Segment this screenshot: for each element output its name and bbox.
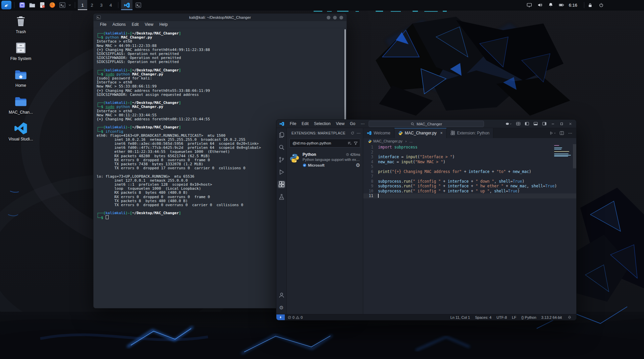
status-item-lf[interactable]: LF [512, 315, 516, 319]
vscode-titlebar[interactable]: FileEditSelectionViewGo··· ← → MAC_Chang… [276, 120, 576, 128]
launcher-firefox-icon[interactable] [47, 0, 57, 10]
workspace-2-button[interactable]: 2 [87, 0, 97, 10]
notifications-button[interactable] [567, 315, 572, 320]
vscode-menu-file[interactable]: File [287, 121, 299, 126]
extension-list-item[interactable]: Python 426ms Python language support wit… [287, 151, 363, 169]
session-power-icon-button[interactable] [598, 2, 604, 8]
kali-menu-button[interactable] [1, 1, 11, 9]
more-icon: ··· [568, 131, 573, 135]
tray-volume-icon-button[interactable] [537, 2, 543, 8]
extension-description: Python language support with exte... [303, 158, 360, 162]
clear-filter-icon[interactable] [347, 141, 352, 145]
problems-button[interactable]: 0 0 [287, 315, 303, 319]
workspace-1-button[interactable]: 1 [78, 0, 87, 10]
tray-display-icon-button[interactable] [526, 2, 533, 8]
activity-debug-icon-button[interactable] [277, 168, 285, 176]
tray-bell-icon-button[interactable] [547, 2, 554, 8]
refresh-button[interactable] [348, 130, 354, 136]
activity-search-icon-button[interactable] [277, 143, 285, 151]
status-item-python[interactable]: {} Python [521, 315, 536, 319]
terminal-menu-edit[interactable]: Edit [129, 22, 142, 27]
workspace-3-button[interactable]: 3 [97, 0, 106, 10]
activity-extensions-icon-button[interactable] [277, 180, 285, 188]
window-maximize-button[interactable] [559, 121, 565, 127]
toggle-secondary-sidebar-button[interactable] [541, 121, 547, 127]
account-icon [278, 292, 285, 298]
launcher-terminal-app-icon[interactable] [57, 0, 67, 10]
extension-icon [450, 131, 455, 135]
status-item-utf-8[interactable]: UTF-8 [496, 315, 507, 319]
code-editor[interactable]: 1import subprocess23interface = input("I… [363, 144, 576, 314]
extensions-search-input[interactable] [292, 141, 346, 145]
split-editor-icon [559, 131, 564, 135]
window-close-button[interactable] [568, 121, 573, 127]
vscode-menu-view[interactable]: View [333, 121, 347, 126]
breadcrumb[interactable]: MAC_Changer.py › ... [363, 138, 576, 144]
vscode-menu-edit[interactable]: Edit [299, 121, 311, 126]
terminal-menu-file[interactable]: File [97, 22, 109, 27]
workspace-4-button[interactable]: 4 [106, 0, 115, 10]
tab-mac-changer-py[interactable]: MAC_Changer.py× [394, 128, 447, 138]
taskbar-terminal-app-icon[interactable] [132, 0, 144, 10]
extension-settings-button[interactable]: ⚙ [356, 163, 360, 168]
status-item-spaces-4[interactable]: Spaces: 4 [475, 315, 491, 319]
editor-more-button[interactable]: ··· [568, 130, 573, 136]
activity-beaker-icon-button[interactable] [277, 193, 285, 201]
tab-extension-python[interactable]: Extension: Python [447, 128, 494, 138]
split-editor-button[interactable] [559, 130, 565, 136]
code-line: 4new_mac = input("New MAC > ") [363, 160, 576, 165]
desktop-icon-mac-chan[interactable]: MAC_Chan... [8, 95, 34, 121]
session-lock-icon-button[interactable] [587, 2, 593, 8]
editor-scrollbar[interactable] [573, 144, 576, 168]
activity-gear-icon-button[interactable]: ⚙ [277, 303, 285, 311]
breadcrumb-more[interactable]: ... [410, 139, 413, 143]
vscode-menu-selection[interactable]: Selection [311, 121, 333, 126]
terminal-menu-view[interactable]: View [142, 22, 156, 27]
terminal-close-button[interactable] [339, 16, 343, 19]
window-minimize-button[interactable] [550, 121, 556, 127]
vscode-menu-[interactable]: ··· [358, 121, 367, 126]
desktop-icon-file-system[interactable]: File System [8, 41, 34, 68]
remote-indicator[interactable] [276, 314, 285, 320]
terminal-line: [sudo] password for kali: [97, 76, 346, 80]
terminal-menu-help[interactable]: Help [156, 22, 171, 27]
customize-layout-button[interactable] [515, 121, 521, 127]
launcher-window-app-icon[interactable] [17, 0, 27, 10]
minimap[interactable] [554, 145, 572, 159]
launcher-caret-down-icon[interactable] [67, 0, 72, 10]
vscode-icon [14, 121, 28, 135]
status-item-ln-11-col-1[interactable]: Ln 11, Col 1 [450, 315, 470, 319]
copilot-button[interactable] [505, 120, 512, 127]
taskbar-vscode-icon[interactable] [121, 0, 132, 10]
terminal-menu-actions[interactable]: Actions [109, 22, 128, 27]
terminal-titlebar[interactable]: kali@kali: ~/Desktop/MAC_Changer [94, 14, 346, 21]
status-item-3-13-2-64-bit[interactable]: 3.13.2 64-bit [541, 315, 562, 319]
line-number: 4 [363, 160, 378, 165]
funnel-icon[interactable] [354, 141, 358, 145]
breadcrumb-file[interactable]: MAC_Changer.py [373, 139, 402, 143]
toggle-panel-button[interactable] [533, 121, 538, 127]
filesystem-icon [14, 41, 28, 55]
activity-source-control-icon-button[interactable] [277, 156, 285, 164]
beaker-icon [278, 194, 285, 200]
command-center-search[interactable]: MAC_Changer [369, 121, 484, 127]
close-tab-icon[interactable]: × [440, 131, 443, 135]
launcher-file-manager-icon[interactable] [27, 0, 37, 10]
activity-account-icon-button[interactable] [277, 291, 285, 299]
toggle-sidebar-button[interactable] [524, 121, 530, 127]
files-icon [278, 132, 285, 138]
launcher-text-editor-icon[interactable] [37, 0, 47, 10]
panel-workspaces: 1234 [78, 0, 115, 10]
desktop-icon-visual-studi[interactable]: Visual Studi... [8, 121, 34, 148]
sidebar-more-button[interactable]: ··· [354, 130, 360, 136]
desktop-icon-home[interactable]: Home [8, 68, 34, 95]
vscode-menu-go[interactable]: Go [347, 121, 358, 126]
terminal-minimize-button[interactable] [327, 16, 330, 19]
tray-battery-icon-button[interactable] [558, 2, 565, 8]
tab-welcome[interactable]: Welcome [363, 128, 394, 138]
clock[interactable]: 6:16 [569, 3, 577, 8]
terminal-maximize-button[interactable] [333, 16, 337, 19]
activity-files-icon-button[interactable] [277, 131, 285, 139]
desktop-icon-trash[interactable]: Trash [8, 14, 34, 41]
run-python-button[interactable] [549, 130, 556, 136]
